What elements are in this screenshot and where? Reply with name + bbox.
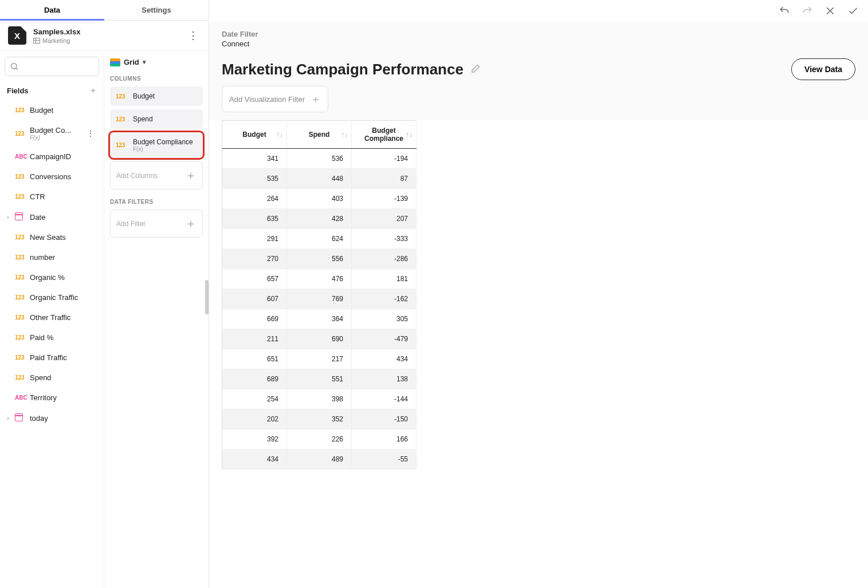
- sort-icon[interactable]: ↑↓: [276, 131, 283, 139]
- add-field-button[interactable]: ＋: [89, 85, 97, 96]
- table-row: 607769-162: [222, 289, 417, 309]
- grid-viz-icon: [110, 58, 120, 66]
- table-cell: -144: [352, 389, 417, 409]
- table-cell: 341: [222, 149, 287, 169]
- field-more-button[interactable]: ⋮: [84, 129, 97, 138]
- breadcrumb-value[interactable]: Connect: [222, 40, 855, 48]
- field-item[interactable]: ABCCampaignID: [5, 147, 99, 167]
- view-data-button[interactable]: View Data: [791, 58, 855, 80]
- table-cell: -286: [352, 249, 417, 269]
- field-item[interactable]: 123Other Traffic: [5, 307, 99, 327]
- tab-settings[interactable]: Settings: [104, 0, 209, 20]
- field-item[interactable]: 123Conversions: [5, 167, 99, 187]
- numeric-type-icon: 123: [15, 374, 30, 381]
- viz-type-selector[interactable]: Grid ▾: [110, 58, 203, 66]
- column-header[interactable]: Budget↑↓: [222, 121, 287, 149]
- column-chip[interactable]: 123Budget ComplianceF(x): [110, 132, 203, 158]
- table-cell: 305: [352, 309, 417, 329]
- table-cell: 690: [287, 329, 352, 349]
- sort-icon[interactable]: ↑↓: [406, 131, 413, 139]
- numeric-type-icon: 123: [116, 142, 128, 148]
- field-item[interactable]: 123Budget: [5, 100, 99, 120]
- field-item[interactable]: ›today: [5, 408, 99, 428]
- field-item[interactable]: 123Paid Traffic: [5, 348, 99, 368]
- field-item[interactable]: ABCTerritory: [5, 388, 99, 408]
- field-label: Other Traffic: [30, 313, 97, 322]
- table-cell: -194: [352, 149, 417, 169]
- file-more-button[interactable]: ⋮: [186, 27, 201, 44]
- tab-data[interactable]: Data: [0, 0, 104, 20]
- column-header[interactable]: BudgetCompliance↑↓: [352, 121, 417, 149]
- table-cell: 226: [287, 429, 352, 449]
- plus-icon: ＋: [185, 216, 197, 231]
- table-cell: 624: [287, 229, 352, 249]
- edit-title-icon[interactable]: [469, 64, 481, 75]
- add-viz-filter-button[interactable]: Add Visualization Filter ＋: [222, 86, 328, 112]
- table-cell: 138: [352, 369, 417, 389]
- table-row: 202352-150: [222, 409, 417, 429]
- field-label: Date: [30, 213, 97, 222]
- close-icon[interactable]: [824, 5, 836, 17]
- search-icon: [10, 62, 19, 71]
- columns-section-label: COLUMNS: [110, 76, 203, 82]
- field-label: CampaignID: [30, 152, 97, 161]
- field-item[interactable]: 123Spend: [5, 368, 99, 388]
- table-cell: 535: [222, 169, 287, 189]
- table-row: 341536-194: [222, 149, 417, 169]
- file-header: X Samples.xlsx Marketing ⋮: [0, 21, 209, 51]
- data-grid: Budget↑↓Spend↑↓BudgetCompliance↑↓ 341536…: [222, 120, 417, 469]
- field-item[interactable]: 123Budget Co...F(x)⋮: [5, 120, 99, 147]
- undo-icon[interactable]: [779, 5, 790, 17]
- table-row: 264403-139: [222, 189, 417, 209]
- table-row: 651217434: [222, 349, 417, 369]
- table-cell: 364: [287, 309, 352, 329]
- table-cell: -479: [352, 329, 417, 349]
- field-label: New Seats: [30, 233, 97, 242]
- field-item[interactable]: 123CTR: [5, 187, 99, 207]
- table-cell: 207: [352, 209, 417, 229]
- redo-icon[interactable]: [802, 5, 813, 17]
- table-cell: 536: [287, 149, 352, 169]
- field-label: number: [30, 253, 97, 262]
- table-cell: 291: [222, 229, 287, 249]
- field-item[interactable]: 123Organic Traffic: [5, 287, 99, 307]
- page-title: Marketing Campaign Performance: [222, 61, 464, 78]
- chevron-down-icon: ▾: [143, 58, 146, 66]
- table-cell: 669: [222, 309, 287, 329]
- field-label: CTR: [30, 192, 97, 201]
- table-cell: 434: [352, 349, 417, 369]
- column-chip[interactable]: 123Budget: [110, 86, 203, 106]
- field-item[interactable]: 123Paid %: [5, 327, 99, 348]
- chevron-right-icon: ›: [7, 415, 14, 421]
- column-label: Budget Compliance: [133, 138, 193, 146]
- table-cell: 769: [287, 289, 352, 309]
- table-row: 53544887: [222, 169, 417, 189]
- field-item[interactable]: 123Organic %: [5, 267, 99, 287]
- text-type-icon: ABC: [15, 153, 30, 160]
- column-header[interactable]: Spend↑↓: [287, 121, 352, 149]
- field-item[interactable]: 123number: [5, 247, 99, 267]
- table-cell: 556: [287, 249, 352, 269]
- date-type-icon: [15, 413, 30, 423]
- table-cell: 635: [222, 209, 287, 229]
- table-icon: [33, 38, 40, 44]
- table-cell: -333: [352, 229, 417, 249]
- numeric-type-icon: 123: [15, 334, 30, 341]
- sort-icon[interactable]: ↑↓: [341, 131, 348, 139]
- field-item[interactable]: 123New Seats: [5, 227, 99, 247]
- table-cell: 166: [352, 429, 417, 449]
- add-filter-dropzone[interactable]: Add Filter ＋: [110, 210, 203, 238]
- excel-file-icon: X: [8, 26, 26, 45]
- confirm-icon[interactable]: [847, 5, 859, 17]
- table-cell: 489: [287, 449, 352, 469]
- field-label: Territory: [30, 393, 97, 402]
- add-columns-dropzone[interactable]: Add Columns ＋: [110, 161, 203, 190]
- table-cell: 689: [222, 369, 287, 389]
- config-scrollbar[interactable]: [205, 280, 209, 314]
- numeric-type-icon: 123: [15, 314, 30, 321]
- column-chip[interactable]: 123Spend: [110, 109, 203, 129]
- table-cell: 403: [287, 189, 352, 209]
- numeric-type-icon: 123: [15, 294, 30, 301]
- fields-search-input[interactable]: [5, 57, 99, 76]
- field-item[interactable]: ›Date: [5, 207, 99, 227]
